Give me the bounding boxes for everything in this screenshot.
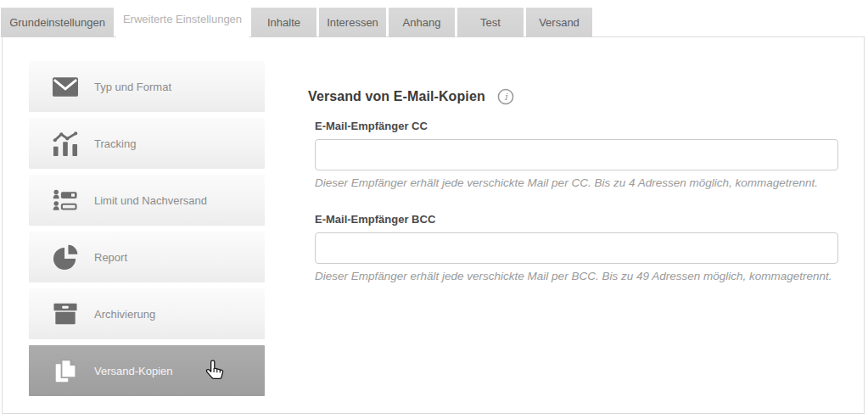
advanced-settings-panel: Typ und Format Tracking	[2, 36, 865, 414]
tab-versand[interactable]: Versand	[526, 8, 592, 37]
envelope-icon	[52, 73, 79, 100]
info-icon[interactable]: i	[497, 88, 514, 105]
sidebar-item-label: Versand-Kopien	[94, 365, 173, 377]
copy-pages-icon	[52, 357, 79, 384]
section-title: Versand von E-Mail-Kopien	[308, 89, 485, 104]
cc-field-help: Dieser Empfänger erhält jede verschickte…	[315, 176, 851, 189]
sidebar-item-archivierung[interactable]: Archivierung	[29, 288, 265, 339]
sidebar-item-typ-und-format[interactable]: Typ und Format	[29, 61, 265, 112]
tab-erweiterte-einstellungen[interactable]: Erweiterte Einstellungen	[116, 0, 249, 37]
cc-recipients-input[interactable]	[315, 139, 838, 170]
archive-box-icon	[52, 300, 79, 327]
sidebar-item-label: Archivierung	[94, 308, 155, 321]
tab-label: Interessen	[327, 16, 378, 29]
sidebar-item-label: Tracking	[94, 137, 136, 150]
cc-field-label: E-Mail-Empfänger CC	[315, 120, 851, 133]
bcc-field-group: E-Mail-Empfänger BCC Dieser Empfänger er…	[315, 213, 851, 282]
tab-grundeinstellungen[interactable]: Grundeinstellungen	[1, 8, 114, 37]
settings-sidebar: Typ und Format Tracking	[29, 61, 265, 402]
sidebar-item-report[interactable]: Report	[29, 232, 265, 282]
tab-label: Grundeinstellungen	[9, 16, 105, 29]
pie-chart-icon	[52, 243, 79, 271]
sidebar-item-label: Limit und Nachversand	[94, 194, 207, 207]
tab-label: Anhang	[403, 16, 441, 29]
recipients-limit-icon	[52, 187, 79, 214]
cc-field-group: E-Mail-Empfänger CC Dieser Empfänger erh…	[315, 120, 851, 189]
tab-label: Inhalte	[267, 16, 300, 29]
tracking-chart-icon	[52, 130, 79, 157]
sidebar-item-limit-und-nachversand[interactable]: Limit und Nachversand	[29, 175, 265, 226]
tab-interessen[interactable]: Interessen	[319, 8, 386, 37]
bcc-recipients-input[interactable]	[315, 232, 838, 264]
tab-test[interactable]: Test	[457, 8, 524, 37]
versand-kopien-section: Versand von E-Mail-Kopien i E-Mail-Empfä…	[308, 87, 851, 282]
tab-label: Versand	[539, 16, 580, 29]
settings-tabbar: Grundeinstellungen Erweiterte Einstellun…	[1, 0, 592, 37]
tab-anhang[interactable]: Anhang	[389, 8, 455, 37]
bcc-field-help: Dieser Empfänger erhält jede verschickte…	[315, 270, 851, 282]
sidebar-item-label: Typ und Format	[94, 81, 171, 93]
bcc-field-label: E-Mail-Empfänger BCC	[315, 213, 851, 226]
section-header: Versand von E-Mail-Kopien i	[308, 87, 851, 106]
sidebar-item-versand-kopien[interactable]: Versand-Kopien	[29, 345, 265, 396]
tab-inhalte[interactable]: Inhalte	[251, 8, 316, 37]
sidebar-item-label: Report	[94, 251, 127, 264]
tab-label: Test	[480, 16, 501, 29]
tab-label: Erweiterte Einstellungen	[123, 13, 242, 25]
sidebar-item-tracking[interactable]: Tracking	[29, 118, 265, 169]
svg-text:i: i	[504, 91, 508, 103]
